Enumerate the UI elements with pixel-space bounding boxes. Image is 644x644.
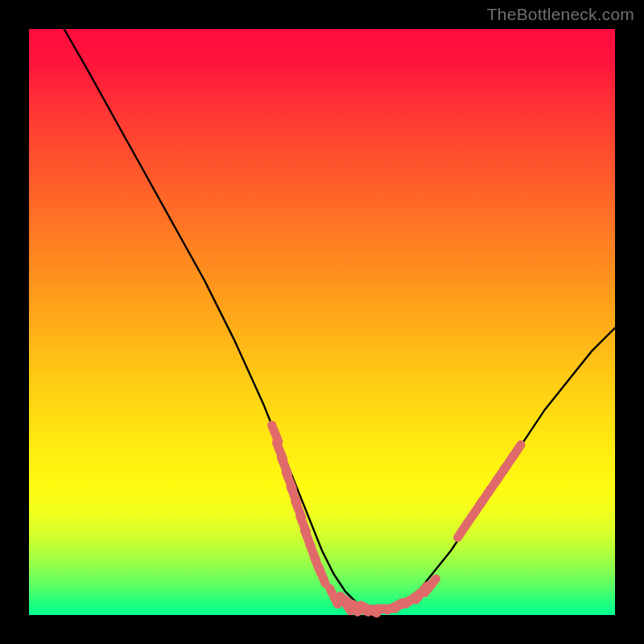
- marker-dash: [511, 444, 521, 459]
- bottleneck-curve: [64, 29, 615, 609]
- watermark-text: TheBottleneck.com: [487, 5, 634, 24]
- plot-area: [29, 29, 615, 615]
- marker-dash: [319, 567, 325, 583]
- chart-frame: TheBottleneck.com: [0, 0, 644, 644]
- chart-svg: [29, 29, 615, 615]
